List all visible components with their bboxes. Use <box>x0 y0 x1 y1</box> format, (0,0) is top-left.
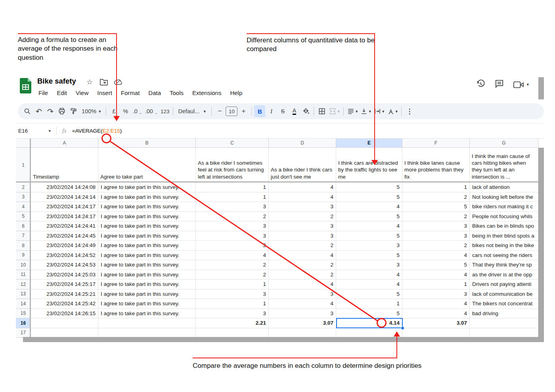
vertical-scrollbar[interactable] <box>538 77 544 99</box>
cell-E9[interactable]: 5 <box>336 251 402 261</box>
cell-G11[interactable]: as the driver is at the opp <box>470 270 538 280</box>
row-header-14[interactable]: 14 <box>16 299 31 309</box>
row-header-16[interactable]: 16 <box>16 318 31 328</box>
cell-A7[interactable]: 23/02/2024 14:24:45 <box>31 231 98 241</box>
row-header-13[interactable]: 13 <box>16 289 31 299</box>
menu-file[interactable]: File <box>34 88 52 97</box>
name-box[interactable]: E16 ▾ <box>16 128 54 134</box>
cell-E13[interactable]: 5 <box>336 289 402 299</box>
row-header-15[interactable]: 15 <box>16 309 31 319</box>
cell-A17[interactable] <box>31 328 98 338</box>
cell-D8[interactable]: 2 <box>269 241 336 251</box>
cell-C9[interactable]: 4 <box>196 251 269 261</box>
cell-E3[interactable]: 5 <box>336 192 402 202</box>
menu-tools[interactable]: Tools <box>165 88 188 97</box>
column-header-A[interactable]: A <box>31 139 98 148</box>
decrease-font-size-button[interactable]: − <box>214 105 225 117</box>
row-header-10[interactable]: 10 <box>16 260 31 270</box>
cell-B13[interactable]: I agree to take part in this survey. <box>98 289 196 299</box>
cell-B15[interactable]: I agree to take part in this survey. <box>98 309 196 319</box>
cell-B9[interactable]: I agree to take part in this survey. <box>98 251 196 261</box>
column-header-G[interactable]: G <box>470 139 538 148</box>
cell-G7[interactable]: being in their blind spots a <box>470 231 538 241</box>
cell-D1[interactable]: As a bike rider I think cars just don't … <box>269 148 336 183</box>
font-select[interactable]: Defaul...▾ <box>176 108 209 114</box>
cell-A10[interactable]: 23/02/2024 14:24:53 <box>31 260 98 270</box>
cell-C8[interactable]: 2 <box>196 241 269 251</box>
cell-A2[interactable]: 23/02/2024 14:24:08 <box>31 183 98 192</box>
cell-G4[interactable]: bike riders not making it c <box>470 202 538 212</box>
row-header-1[interactable]: 1 <box>16 148 31 183</box>
cell-E6[interactable]: 4 <box>336 221 402 231</box>
row-header-3[interactable]: 3 <box>16 192 31 202</box>
cell-B16[interactable] <box>98 318 196 328</box>
cell-D2[interactable]: 4 <box>269 183 336 192</box>
cell-C1[interactable]: As a bike rider I sometimes feel at risk… <box>196 148 269 183</box>
cell-G13[interactable]: lack of communication be <box>470 289 538 299</box>
cell-C11[interactable]: 2 <box>196 270 269 280</box>
text-rotation-button[interactable]: ▾ <box>386 105 399 117</box>
italic-button[interactable]: I <box>266 105 277 117</box>
cell-F9[interactable]: 4 <box>402 251 470 261</box>
horizontal-align-button[interactable]: ▾ <box>346 105 359 117</box>
cell-B4[interactable]: I agree to take part in this survey. <box>98 202 196 212</box>
cell-E15[interactable]: 5 <box>336 309 402 319</box>
cell-F6[interactable]: 3 <box>402 221 470 231</box>
cell-G9[interactable]: cars not seeing the riders <box>470 251 538 261</box>
redo-button[interactable]: ↷ <box>45 105 56 117</box>
cell-E5[interactable]: 5 <box>336 212 402 222</box>
cell-E10[interactable]: 3 <box>336 260 402 270</box>
strikethrough-button[interactable]: S <box>277 105 288 117</box>
cell-G5[interactable]: People not focusing whils <box>470 212 538 222</box>
search-button[interactable] <box>22 105 33 117</box>
row-header-6[interactable]: 6 <box>16 221 31 231</box>
cell-A1[interactable]: Timestamp <box>31 148 98 183</box>
menu-data[interactable]: Data <box>144 88 165 97</box>
cell-A9[interactable]: 23/02/2024 14:24:52 <box>31 251 98 261</box>
row-header-2[interactable]: 2 <box>16 183 31 192</box>
row-header-9[interactable]: 9 <box>16 251 31 261</box>
cell-G12[interactable]: Drivers not paying attenti <box>470 280 538 289</box>
menu-edit[interactable]: Edit <box>52 88 71 97</box>
row-header-5[interactable]: 5 <box>16 212 31 222</box>
cell-B6[interactable]: I agree to take part in this survey. <box>98 221 196 231</box>
cell-F4[interactable]: 5 <box>402 202 470 212</box>
cell-E12[interactable]: 4 <box>336 280 402 289</box>
cell-B8[interactable]: I agree to take part in this survey. <box>98 241 196 251</box>
column-header-E[interactable]: E <box>336 139 402 148</box>
row-header-7[interactable]: 7 <box>16 231 31 241</box>
meet-video-button[interactable]: ▾ <box>513 81 529 89</box>
column-header-F[interactable]: F <box>402 139 470 148</box>
cell-F10[interactable]: 5 <box>402 260 470 270</box>
fill-handle[interactable] <box>401 326 404 330</box>
cell-F8[interactable]: 2 <box>402 241 470 251</box>
menu-insert[interactable]: Insert <box>93 88 117 97</box>
cell-D4[interactable]: 3 <box>269 202 336 212</box>
cell-D7[interactable]: 3 <box>269 231 336 241</box>
menu-format[interactable]: Format <box>117 88 144 97</box>
cell-F17[interactable] <box>402 328 470 338</box>
cell-C7[interactable]: 3 <box>196 231 269 241</box>
cell-D6[interactable]: 3 <box>269 221 336 231</box>
cell-D14[interactable]: 4 <box>269 299 336 309</box>
row-header-4[interactable]: 4 <box>16 202 31 212</box>
cell-G3[interactable]: Not looking left before the <box>470 192 538 202</box>
more-formats-button[interactable]: 123 <box>159 105 171 117</box>
cell-A12[interactable]: 23/02/2024 14:25:17 <box>31 280 98 289</box>
cell-G8[interactable]: bikes not being in the bike <box>470 241 538 251</box>
undo-button[interactable]: ↶ <box>33 105 44 117</box>
row-header-11[interactable]: 11 <box>16 270 31 280</box>
cell-E11[interactable]: 4 <box>336 270 402 280</box>
cell-C5[interactable]: 2 <box>196 212 269 222</box>
bold-button[interactable]: B <box>254 105 265 117</box>
cell-C17[interactable] <box>196 328 269 338</box>
cell-G15[interactable]: bad driving <box>470 309 538 319</box>
cell-E4[interactable]: 4 <box>336 202 402 212</box>
cell-F14[interactable]: 4 <box>402 299 470 309</box>
cell-F7[interactable]: 3 <box>402 231 470 241</box>
cell-F11[interactable]: 4 <box>402 270 470 280</box>
cell-F13[interactable]: 3 <box>402 289 470 299</box>
move-folder-icon[interactable] <box>100 78 108 86</box>
cell-D17[interactable] <box>269 328 336 338</box>
row-header-8[interactable]: 8 <box>16 241 31 251</box>
